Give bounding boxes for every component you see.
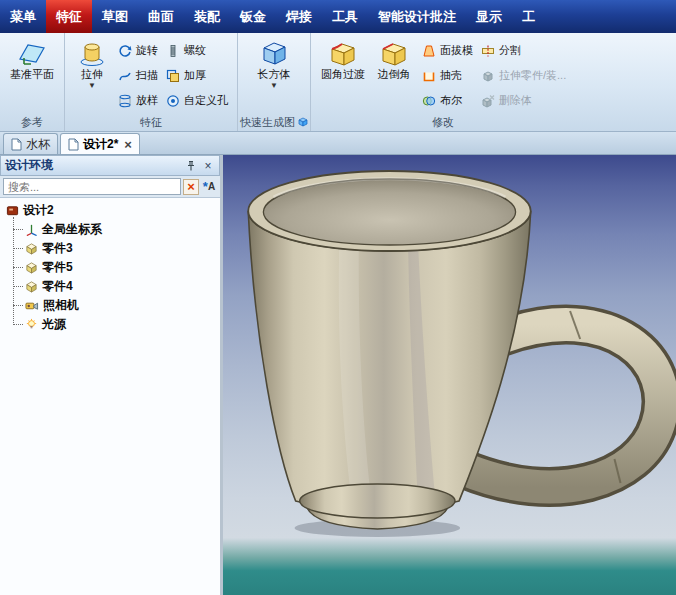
close-panel-icon[interactable]: × — [201, 159, 215, 173]
box-button[interactable]: 长方体 ▼ — [243, 36, 305, 114]
group-label-modify: 修改 — [311, 115, 575, 130]
delete-body-button[interactable]: 删除体 — [477, 88, 570, 113]
boolean-button[interactable]: 布尔 — [418, 88, 477, 113]
tree-item-label: 零件3 — [42, 240, 73, 257]
modify-small-column-2: 分割 拉伸零件/装... 删除体 — [477, 36, 570, 113]
extrude-part-label: 拉伸零件/装... — [499, 68, 566, 83]
ribbon-group-modify: 圆角过渡 边倒角 面拔模 抽壳 — [311, 33, 575, 131]
dropdown-arrow-icon[interactable]: ▼ — [88, 82, 96, 90]
tree-item-label: 零件5 — [42, 259, 73, 276]
part-icon — [25, 280, 38, 293]
extrude-part-button[interactable]: 拉伸零件/装... — [477, 63, 570, 88]
split-button[interactable]: 分割 — [477, 38, 570, 63]
search-input[interactable] — [3, 178, 181, 195]
thread-icon — [166, 44, 180, 58]
mug-3d-model[interactable] — [223, 155, 676, 595]
thread-button[interactable]: 螺纹 — [162, 38, 232, 63]
search-options-icon[interactable]: *A — [201, 179, 217, 195]
document-tabbar: 水杯 设计2* × — [0, 132, 676, 155]
menu-item-assembly[interactable]: 装配 — [184, 0, 230, 33]
chamfer-button[interactable]: 边倒角 — [370, 36, 418, 114]
extrude-label: 拉伸 — [81, 68, 103, 81]
tree-item-part4[interactable]: 零件4 — [13, 277, 220, 296]
datum-plane-button[interactable]: 基准平面 — [5, 36, 59, 114]
tree-item-label: 零件4 — [42, 278, 73, 295]
app-window: 菜单 特征 草图 曲面 装配 钣金 焊接 工具 智能设计批注 显示 工 基准平面… — [0, 0, 676, 595]
clear-search-icon[interactable]: × — [183, 179, 199, 195]
viewport-3d[interactable] — [223, 155, 676, 595]
dropdown-arrow-icon[interactable]: ▼ — [270, 82, 278, 90]
datum-plane-icon — [17, 39, 47, 67]
thicken-label: 加厚 — [184, 68, 206, 83]
menu-item-partial[interactable]: 工 — [512, 0, 545, 33]
doc-tab-water-cup[interactable]: 水杯 — [3, 133, 58, 154]
group-label-quick-gen-text: 快速生成图 — [240, 115, 295, 130]
thicken-button[interactable]: 加厚 — [162, 63, 232, 88]
chamfer-label: 边倒角 — [378, 68, 411, 81]
split-label: 分割 — [499, 43, 521, 58]
doc-tab-label: 设计2* — [83, 136, 118, 153]
sweep-icon — [118, 69, 132, 83]
extrude-part-icon — [481, 69, 495, 83]
revolve-button[interactable]: 旋转 — [114, 38, 162, 63]
part-icon — [25, 261, 38, 274]
thread-label: 螺纹 — [184, 43, 206, 58]
panel-title: 设计环境 — [5, 157, 53, 174]
search-options-letter: A — [208, 182, 215, 192]
extrude-button[interactable]: 拉伸 ▼ — [70, 36, 114, 114]
doc-tab-label: 水杯 — [26, 136, 50, 153]
revolve-icon — [118, 44, 132, 58]
custom-hole-button[interactable]: 自定义孔 — [162, 88, 232, 113]
fillet-icon — [328, 39, 358, 67]
tree-item-coordinate-system[interactable]: 全局坐标系 — [13, 220, 220, 239]
group-label-feature-text: 特征 — [140, 115, 162, 130]
boolean-label: 布尔 — [440, 93, 462, 108]
menu-item-menu[interactable]: 菜单 — [0, 0, 46, 33]
datum-plane-label: 基准平面 — [10, 68, 54, 81]
menu-item-tools[interactable]: 工具 — [322, 0, 368, 33]
box-icon — [259, 39, 289, 67]
menu-item-welding[interactable]: 焊接 — [276, 0, 322, 33]
menu-item-smart-annotation[interactable]: 智能设计批注 — [368, 0, 466, 33]
document-icon — [68, 138, 79, 151]
tree-item-label: 光源 — [42, 316, 66, 333]
menu-item-sheetmetal[interactable]: 钣金 — [230, 0, 276, 33]
clear-search-glyph: × — [187, 180, 195, 193]
feature-small-column-2: 螺纹 加厚 自定义孔 — [162, 36, 232, 113]
search-row: × *A — [0, 176, 220, 198]
menu-item-sketch[interactable]: 草图 — [92, 0, 138, 33]
tree-item-light-source[interactable]: 光源 — [13, 315, 220, 334]
close-tab-icon[interactable]: × — [124, 138, 132, 151]
group-label-reference: 参考 — [0, 115, 64, 130]
feature-small-column-1: 旋转 扫描 放样 — [114, 36, 162, 113]
custom-hole-label: 自定义孔 — [184, 93, 228, 108]
group-label-modify-text: 修改 — [432, 115, 454, 130]
tree-item-part5[interactable]: 零件5 — [13, 258, 220, 277]
pin-icon[interactable] — [184, 159, 198, 173]
fillet-button[interactable]: 圆角过渡 — [316, 36, 370, 114]
tree-item-label: 照相机 — [43, 297, 79, 314]
group-label-feature: 特征 — [65, 115, 237, 130]
design-root-icon — [6, 204, 19, 217]
tree-item-camera[interactable]: 照相机 — [13, 296, 220, 315]
delete-body-label: 删除体 — [499, 93, 532, 108]
tree-root-label: 设计2 — [23, 202, 54, 219]
draft-button[interactable]: 面拔模 — [418, 38, 477, 63]
thicken-icon — [166, 69, 180, 83]
doc-tab-design2[interactable]: 设计2* × — [60, 133, 140, 154]
tree-item-part3[interactable]: 零件3 — [13, 239, 220, 258]
design-environment-panel: 设计环境 × × *A — [0, 155, 223, 595]
ribbon: 基准平面 参考 拉伸 ▼ 旋转 — [0, 33, 676, 132]
loft-button[interactable]: 放样 — [114, 88, 162, 113]
main-area: 设计环境 × × *A — [0, 155, 676, 595]
menu-item-feature[interactable]: 特征 — [46, 0, 92, 33]
shell-button[interactable]: 抽壳 — [418, 63, 477, 88]
tree-root-design2[interactable]: 设计2 — [3, 201, 220, 220]
split-icon — [481, 44, 495, 58]
menu-item-surface[interactable]: 曲面 — [138, 0, 184, 33]
sweep-button[interactable]: 扫描 — [114, 63, 162, 88]
draft-label: 面拔模 — [440, 43, 473, 58]
loft-label: 放样 — [136, 93, 158, 108]
menu-item-display[interactable]: 显示 — [466, 0, 512, 33]
chamfer-icon — [379, 39, 409, 67]
